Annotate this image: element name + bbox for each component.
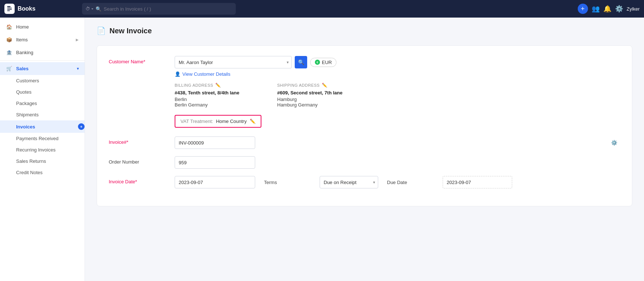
sidebar-item-items[interactable]: 📦 Items ▶	[0, 33, 85, 46]
search-btn-icon: 🔍	[298, 59, 304, 65]
svg-rect-1	[7, 8, 12, 8]
topnav: Books ⏱ ▾ 🔍 + 👥 🔔 ⚙️ Zylker	[0, 0, 644, 18]
page-title: New Invoice	[109, 27, 152, 35]
sidebar-item-packages[interactable]: Packages	[0, 98, 85, 109]
sidebar-item-home[interactable]: 🏠 Home	[0, 20, 85, 33]
shipping-address-country: Hamburg Germany	[277, 102, 358, 108]
quotes-label: Quotes	[16, 89, 31, 95]
billing-address-label: BILLING ADDRESS ✏️	[175, 83, 255, 88]
items-chevron-icon: ▶	[76, 38, 79, 42]
invoice-number-field: ⚙️	[175, 136, 620, 149]
shipping-address-block: SHIPPING ADDRESS ✏️ #609, Second street,…	[277, 83, 358, 108]
search-input[interactable]	[104, 6, 232, 12]
billing-label-text: BILLING ADDRESS	[175, 83, 213, 87]
sidebar-item-banking[interactable]: 🏦 Banking	[0, 46, 85, 59]
sidebar-item-shipments[interactable]: Shipments	[0, 109, 85, 120]
sidebar-item-payments-received[interactable]: Payments Received	[0, 133, 85, 144]
sidebar-divider	[0, 60, 85, 61]
logo-icon	[4, 4, 15, 14]
search-bar[interactable]: ⏱ ▾ 🔍	[82, 3, 236, 15]
contacts-link-icon: 👤	[175, 71, 180, 77]
view-customer-link[interactable]: 👤 View Customer Details	[175, 71, 620, 77]
shipping-edit-icon[interactable]: ✏️	[322, 83, 328, 88]
addresses-section: BILLING ADDRESS ✏️ #438, Tenth street, 8…	[175, 83, 620, 108]
contacts-icon[interactable]: 👥	[592, 5, 600, 13]
credit-notes-label: Credit Notes	[16, 170, 42, 175]
sidebar-home-label: Home	[16, 24, 29, 30]
invoices-label: Invoices	[16, 124, 35, 130]
billing-address-city: Berlin	[175, 97, 255, 102]
sidebar-item-sales-returns[interactable]: Sales Returns	[0, 156, 85, 167]
order-number-input[interactable]	[175, 156, 255, 169]
invoices-badge: +	[78, 123, 85, 130]
shipping-address-city: Hamburg	[277, 97, 358, 102]
recent-icon[interactable]: ⏱ ▾	[86, 6, 93, 11]
customer-name-label: Customer Name*	[109, 56, 175, 64]
main-content: 📄 New Invoice Customer Name* Mr. Aaron T…	[85, 18, 644, 281]
search-magnifier-icon: 🔍	[96, 6, 101, 12]
sidebar-item-recurring-invoices[interactable]: Recurring Invoices	[0, 144, 85, 156]
shipping-address-line1: #609, Second street, 7th lane	[277, 90, 358, 95]
invoice-icon: 📄	[97, 26, 106, 35]
customer-search-button[interactable]: 🔍	[295, 56, 307, 68]
billing-address-block: BILLING ADDRESS ✏️ #438, Tenth street, 8…	[175, 83, 255, 108]
customer-name-row: Customer Name* Mr. Aaron Taylor ▾ 🔍	[109, 56, 620, 128]
add-button[interactable]: +	[578, 4, 588, 14]
currency-badge[interactable]: € EUR	[310, 58, 336, 67]
customer-select[interactable]: Mr. Aaron Taylor	[175, 56, 292, 68]
svg-rect-0	[7, 6, 11, 7]
invoice-date-label: Invoice Date*	[109, 176, 175, 184]
sidebar-items-label: Items	[16, 37, 28, 42]
order-number-row: Order Number	[109, 156, 620, 169]
banking-icon: 🏦	[6, 50, 12, 55]
invoice-number-label: Invoice#*	[109, 136, 175, 145]
terms-select-wrapper: Due on Receipt Net 15 Net 30 Net 45 Net …	[320, 176, 378, 188]
customers-label: Customers	[16, 78, 39, 83]
home-icon: 🏠	[6, 24, 12, 30]
billing-edit-icon[interactable]: ✏️	[215, 83, 221, 88]
page-header: 📄 New Invoice	[97, 26, 632, 35]
app-name: Books	[18, 5, 36, 12]
packages-label: Packages	[16, 101, 37, 106]
vat-treatment-box[interactable]: VAT Treatment: Home Country ✏️	[175, 115, 261, 128]
bell-icon[interactable]: 🔔	[603, 5, 611, 13]
sidebar-item-sales[interactable]: 🛒 Sales ▾	[0, 62, 85, 75]
invoice-date-input[interactable]	[175, 176, 255, 188]
customer-name-field: Mr. Aaron Taylor ▾ 🔍 € EUR 👤	[175, 56, 620, 128]
due-date-group: Due Date	[387, 176, 512, 188]
currency-label: EUR	[322, 60, 332, 65]
items-icon: 📦	[6, 37, 12, 42]
invoice-date-row: Invoice Date* Terms Due on Receipt Net 1…	[109, 176, 620, 188]
vat-edit-icon[interactable]: ✏️	[250, 119, 256, 124]
billing-address-line1: #438, Tenth street, 8/4th lane	[175, 90, 255, 95]
svg-rect-2	[7, 9, 12, 10]
invoice-number-input[interactable]	[175, 136, 255, 149]
terms-select[interactable]: Due on Receipt Net 15 Net 30 Net 45 Net …	[320, 176, 378, 188]
settings-icon[interactable]: ⚙️	[615, 5, 623, 13]
app-logo: Books	[4, 4, 78, 14]
sidebar-item-credit-notes[interactable]: Credit Notes	[0, 167, 85, 178]
sidebar-item-quotes[interactable]: Quotes	[0, 86, 85, 98]
order-number-field	[175, 156, 620, 169]
customer-name-control: Mr. Aaron Taylor ▾ 🔍 € EUR	[175, 56, 620, 68]
sales-returns-label: Sales Returns	[16, 158, 46, 164]
vat-value: Home Country	[216, 119, 247, 124]
user-name[interactable]: Zylker	[627, 6, 640, 12]
billing-address-country: Berlin Germany	[175, 102, 255, 108]
due-date-input[interactable]	[443, 176, 512, 188]
layout: 🏠 Home 📦 Items ▶ 🏦 Banking 🛒 Sales ▾ Cus…	[0, 18, 644, 281]
shipping-label-text: SHIPPING ADDRESS	[277, 83, 320, 87]
due-date-label: Due Date	[387, 180, 438, 185]
sidebar-item-invoices[interactable]: Invoices +	[0, 120, 85, 133]
currency-dot-icon: €	[315, 60, 320, 65]
customer-select-wrapper: Mr. Aaron Taylor ▾	[175, 56, 292, 68]
view-customer-text: View Customer Details	[182, 71, 230, 77]
sidebar-item-customers[interactable]: Customers	[0, 75, 85, 86]
shipments-label: Shipments	[16, 112, 38, 117]
cart-icon: 🛒	[6, 66, 12, 71]
invoice-number-input-wrapper: ⚙️	[175, 136, 620, 149]
sales-chevron-icon: ▾	[77, 67, 79, 71]
svg-rect-3	[7, 11, 10, 11]
invoice-number-gear-icon[interactable]: ⚙️	[611, 140, 617, 146]
topnav-actions: + 👥 🔔 ⚙️ Zylker	[578, 4, 640, 14]
